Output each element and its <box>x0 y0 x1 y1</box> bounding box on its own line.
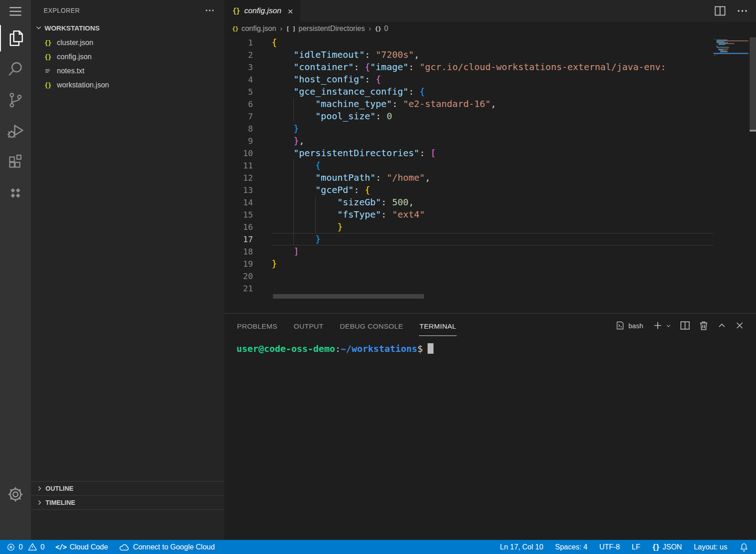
more-actions-icon[interactable] <box>736 5 749 17</box>
warning-triangle-icon <box>28 542 37 552</box>
line-number: 10 <box>224 147 253 159</box>
settings-button[interactable] <box>0 479 31 510</box>
line-number: 9 <box>224 135 253 147</box>
line-number: 2 <box>224 49 253 61</box>
indent-guide <box>315 208 316 221</box>
json-braces-icon: {} <box>43 81 53 89</box>
code-line-2[interactable]: 2 "idleTimeout": "7200s", <box>224 49 756 61</box>
new-terminal-button[interactable] <box>652 320 672 331</box>
breadcrumb-file[interactable]: {} config.json <box>232 25 276 33</box>
code-line-21[interactable]: 21 <box>224 282 756 295</box>
cloud-icon <box>119 542 130 553</box>
code-line-11[interactable]: 11 { <box>224 159 756 172</box>
file-row-notes.txt[interactable]: notes.txt <box>31 64 224 78</box>
file-row-config.json[interactable]: {}config.json <box>31 50 224 64</box>
close-panel-icon[interactable] <box>734 320 745 331</box>
chevron-right-icon: › <box>280 24 282 33</box>
code-line-8[interactable]: 8 } <box>224 122 756 135</box>
indent-guide <box>293 196 294 208</box>
breadcrumb-symbol-object[interactable]: {} 0 <box>375 25 388 33</box>
indent-guide <box>293 184 294 196</box>
problems-status[interactable]: 0 0 <box>6 542 45 552</box>
code-line-6[interactable]: 6 "machine_type": "e2-standard-16", <box>224 98 756 110</box>
sidebar-item-search[interactable] <box>0 54 31 85</box>
split-terminal-icon[interactable] <box>679 320 691 331</box>
sidebar-item-run-debug[interactable] <box>0 116 31 147</box>
vertical-scrollbar[interactable] <box>750 37 756 130</box>
terminal[interactable]: user@code-oss-demo:~/workstations$ <box>224 337 756 355</box>
code-line-13[interactable]: 13 "gcePd": { <box>224 184 756 196</box>
line-number: 14 <box>224 196 253 208</box>
code-line-15[interactable]: 15 "fsType": "ext4" <box>224 208 756 221</box>
tab-terminal[interactable]: TERMINAL <box>419 315 457 336</box>
gear-icon <box>6 485 25 503</box>
eol-status[interactable]: LF <box>632 543 640 551</box>
encoding-status[interactable]: UTF-8 <box>599 543 620 551</box>
code-editor[interactable]: 1{2 "idleTimeout": "7200s",3 "container"… <box>224 36 756 295</box>
explorer-more-actions-icon[interactable] <box>204 5 215 16</box>
terminal-shell-selector[interactable]: bash <box>615 320 643 330</box>
tab-problems[interactable]: PROBLEMS <box>237 315 278 336</box>
sidebar-item-gemini[interactable] <box>0 178 31 208</box>
code-line-20[interactable]: 20 <box>224 270 756 282</box>
array-symbol-icon: [ ] <box>286 25 295 32</box>
code-line-4[interactable]: 4 "host_config": { <box>224 73 756 86</box>
timeline-section-header[interactable]: TIMELINE <box>31 495 224 510</box>
chevron-right-icon: › <box>368 24 371 33</box>
minimap[interactable] <box>713 36 748 164</box>
connect-google-cloud-status[interactable]: Connect to Google Cloud <box>119 542 215 553</box>
code-line-18[interactable]: 18 ] <box>224 245 756 258</box>
code-line-3[interactable]: 3 "container": {"image": "gcr.io/cloud-w… <box>224 61 756 73</box>
breadcrumb-symbol-array[interactable]: [ ] persistentDirectories <box>286 25 365 33</box>
line-number: 21 <box>224 282 253 295</box>
indentation-status[interactable]: Spaces: 4 <box>555 543 587 551</box>
code-line-12[interactable]: 12 "mountPath": "/home", <box>224 172 756 184</box>
workspace-section-header[interactable]: WORKSTATIONS <box>31 21 224 35</box>
code-line-5[interactable]: 5 "gce_instance_config": { <box>224 86 756 98</box>
code-line-17[interactable]: 17 } <box>224 233 756 245</box>
chevron-down-icon[interactable] <box>665 322 672 330</box>
horizontal-scrollbar[interactable] <box>273 294 424 299</box>
tab-label: config.json <box>244 6 281 15</box>
sidebar-item-source-control[interactable] <box>0 85 31 116</box>
indent-guide <box>315 221 316 233</box>
code-line-19[interactable]: 19} <box>224 258 756 270</box>
outline-section-header[interactable]: OUTLINE <box>31 481 224 495</box>
file-name: notes.txt <box>57 67 84 75</box>
sidebar-item-extensions[interactable] <box>0 147 31 178</box>
code-line-14[interactable]: 14 "sizeGb": 500, <box>224 196 756 208</box>
language-mode-status[interactable]: {} JSON <box>652 543 682 551</box>
chevron-right-icon <box>35 498 44 507</box>
kill-terminal-trash-icon[interactable] <box>698 320 710 331</box>
chevron-down-icon <box>35 24 43 32</box>
tab-debug-console[interactable]: DEBUG CONSOLE <box>339 315 403 336</box>
line-number: 13 <box>224 184 253 196</box>
file-row-cluster.json[interactable]: {}cluster.json <box>31 36 224 50</box>
outline-label: OUTLINE <box>45 485 73 492</box>
line-number: 19 <box>224 258 253 270</box>
tab-config-json[interactable]: {} config.json × <box>224 0 300 22</box>
line-number: 18 <box>224 245 253 258</box>
line-number: 4 <box>224 73 253 86</box>
split-editor-icon[interactable] <box>713 4 727 18</box>
workspace-name: WORKSTATIONS <box>45 24 100 32</box>
code-line-1[interactable]: 1{ <box>224 36 756 49</box>
sidebar-item-explorer[interactable] <box>0 23 31 54</box>
tab-output[interactable]: OUTPUT <box>293 315 324 336</box>
code-line-9[interactable]: 9 }, <box>224 135 756 147</box>
code-line-16[interactable]: 16 } <box>224 221 756 233</box>
notifications-bell-icon[interactable] <box>739 542 749 552</box>
code-line-7[interactable]: 7 "pool_size": 0 <box>224 110 756 122</box>
indent-guide <box>293 159 294 172</box>
cloud-code-status[interactable]: </> Cloud Code <box>55 543 108 551</box>
file-row-workstation.json[interactable]: {}workstation.json <box>31 78 224 92</box>
cursor-position-status[interactable]: Ln 17, Col 10 <box>500 543 543 551</box>
file-list: {}cluster.json{}config.jsonnotes.txt{}wo… <box>31 35 224 92</box>
menu-button[interactable] <box>0 0 31 23</box>
timeline-label: TIMELINE <box>45 499 75 506</box>
keyboard-layout-status[interactable]: Layout: us <box>694 543 727 551</box>
maximize-panel-chevron-up-icon[interactable] <box>716 320 727 331</box>
extensions-icon <box>7 153 24 171</box>
code-line-10[interactable]: 10 "persistentDirectories": [ <box>224 147 756 159</box>
close-icon[interactable]: × <box>287 6 293 16</box>
